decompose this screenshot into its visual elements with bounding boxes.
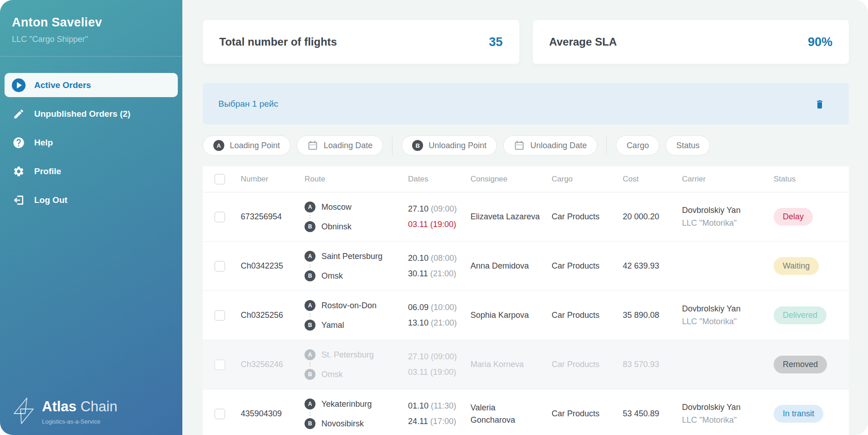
unloading-date: 13.10 (21:00) — [408, 318, 470, 328]
brand-logo: Atlas Chain Logistics-as-a-Service — [11, 397, 117, 425]
point-b-badge-icon: B — [305, 320, 315, 331]
sidebar-item-help[interactable]: Help — [5, 130, 178, 155]
filter-cargo[interactable]: Cargo — [616, 135, 659, 155]
filter-loading-date[interactable]: Loading Date — [297, 135, 383, 155]
route-from: Rostov-on-Don — [321, 301, 377, 311]
order-number: Ch0342235 — [241, 261, 305, 271]
col-header-route: Route — [305, 175, 408, 184]
carrier-name: Dovbrolskiy Yan — [682, 204, 774, 217]
table-row[interactable]: Ch0325256 A Rostov-on-Don B Yamal 06.09 … — [203, 291, 849, 340]
status-badge: Delivered — [774, 306, 827, 324]
row-checkbox[interactable] — [214, 310, 225, 321]
filters-row: A Loading Point Loading Date B Unloading… — [203, 135, 849, 155]
table-body: 673256954 A Moscow B Obninsk 27.10 (09:0… — [203, 192, 849, 435]
gear-icon — [12, 165, 26, 178]
stat-title: Average SLA — [549, 36, 617, 48]
filter-divider — [606, 136, 607, 155]
cost: 20 000.20 — [623, 212, 682, 222]
filter-unloading-point[interactable]: B Unloading Point — [402, 135, 497, 155]
filter-label: Unloading Date — [530, 141, 587, 150]
route-connector — [310, 215, 408, 218]
play-circle-icon — [12, 78, 26, 92]
route-to: Yamal — [321, 321, 344, 330]
col-header-number: Number — [241, 175, 305, 184]
carrier-company: LLC "Motorika" — [682, 414, 774, 427]
row-checkbox[interactable] — [214, 212, 225, 223]
select-all-checkbox[interactable] — [214, 174, 225, 185]
carrier-cell: Dovbrolskiy Yan LLC "Motorika" — [682, 303, 774, 328]
cargo: Car Products — [552, 360, 623, 369]
loading-date: 27.10 (09:00) — [408, 204, 470, 214]
table-row[interactable]: 673256954 A Moscow B Obninsk 27.10 (09:0… — [203, 192, 849, 242]
route-connector — [310, 363, 408, 366]
carrier-company: LLC "Motorika" — [682, 217, 774, 230]
carrier-company: LLC "Motorika" — [682, 316, 774, 328]
point-a-badge-icon: A — [305, 202, 315, 212]
carrier-cell: Dovbrolskiy Yan LLC "Motorika" — [682, 401, 774, 427]
filter-loading-point[interactable]: A Loading Point — [203, 135, 290, 155]
order-number: Ch3256246 — [241, 360, 305, 369]
point-a-badge-icon: A — [305, 349, 315, 360]
calendar-icon — [307, 140, 318, 151]
route-cell: A St. Petersburg B Omsk — [305, 349, 408, 380]
route-from: St. Petersburg — [321, 350, 374, 360]
dates-cell: 06.09 (10:00) 13.10 (21:00) — [408, 303, 470, 328]
consignee: Maria Korneva — [470, 358, 552, 370]
route-connector — [310, 264, 408, 268]
point-a-badge-icon: A — [305, 399, 315, 409]
sidebar-item-active-orders[interactable]: Active Orders — [5, 73, 178, 97]
brand-tagline: Logistics-as-a-Service — [42, 418, 117, 425]
row-checkbox[interactable] — [214, 359, 225, 370]
row-checkbox[interactable] — [214, 261, 225, 272]
stat-title: Total number of flights — [219, 36, 337, 48]
sidebar-item-profile[interactable]: Profile — [5, 159, 178, 183]
selection-bar: Выбран 1 рейс — [203, 83, 849, 124]
filter-status[interactable]: Status — [666, 135, 710, 155]
status-cell: Delay — [774, 208, 849, 226]
col-header-cost: Cost — [623, 175, 682, 184]
route-from: Moscow — [321, 202, 351, 212]
consignee: Sophia Karpova — [470, 309, 552, 321]
filter-divider — [392, 136, 393, 155]
cost: 83 570.93 — [623, 360, 682, 369]
table-row[interactable]: 435904309 A Yekaterinburg B Novosibirsk … — [203, 389, 849, 435]
filter-unloading-date[interactable]: Unloading Date — [503, 135, 597, 155]
order-number: Ch0325256 — [241, 311, 305, 320]
user-name: Anton Saveliev — [12, 16, 170, 30]
status-badge: In transit — [774, 405, 823, 423]
order-number: 673256954 — [241, 212, 305, 222]
table-header: Number Route Dates Consignee Cargo Cost … — [203, 166, 849, 192]
dates-cell: 01.10 (11:30) 24.11 (17:00) — [408, 401, 470, 426]
dates-cell: 27.10 (09:00) 03.11 (19:00) — [408, 204, 470, 229]
col-header-cargo: Cargo — [552, 175, 623, 184]
status-cell: Removed — [774, 356, 849, 373]
loading-date: 27.10 (09:00) — [408, 352, 470, 362]
filter-label: Loading Point — [230, 141, 280, 150]
route-to: Omsk — [321, 370, 343, 379]
carrier-name: Dovbrolskiy Yan — [682, 303, 774, 316]
status-cell: Waiting — [774, 257, 849, 275]
point-b-badge-icon: B — [305, 270, 315, 281]
filter-label: Cargo — [626, 141, 649, 150]
question-circle-icon — [12, 136, 26, 150]
delete-selected-button[interactable] — [811, 95, 829, 113]
orders-table: Number Route Dates Consignee Cargo Cost … — [203, 166, 849, 435]
loading-date: 01.10 (11:30) — [408, 401, 470, 411]
consignee: Elizaveta Lazareva — [470, 211, 552, 223]
stat-value: 90% — [808, 35, 832, 49]
cargo: Car Products — [552, 409, 623, 419]
table-row[interactable]: Ch3256246 A St. Petersburg B Omsk 27.10 … — [203, 340, 849, 389]
sidebar-item-unpublished-orders[interactable]: Unpublished Orders (2) — [5, 102, 178, 126]
stats-row: Total number of flights 35 Average SLA 9… — [203, 20, 849, 64]
route-to: Omsk — [321, 271, 343, 281]
row-checkbox[interactable] — [214, 409, 225, 419]
route-cell: A Rostov-on-Don B Yamal — [305, 300, 408, 331]
sidebar-item-logout[interactable]: Log Out — [5, 188, 178, 212]
app-window: Anton Saveliev LLC "Cargo Shipper" Activ… — [0, 0, 868, 435]
point-b-badge-icon: B — [412, 140, 423, 151]
table-row[interactable]: Ch0342235 A Saint Petersburg B Omsk 20.1… — [203, 242, 849, 291]
selection-text: Выбран 1 рейс — [218, 99, 278, 109]
status-cell: Delivered — [774, 306, 849, 324]
cargo: Car Products — [552, 212, 623, 222]
route-cell: A Saint Petersburg B Omsk — [305, 251, 408, 281]
